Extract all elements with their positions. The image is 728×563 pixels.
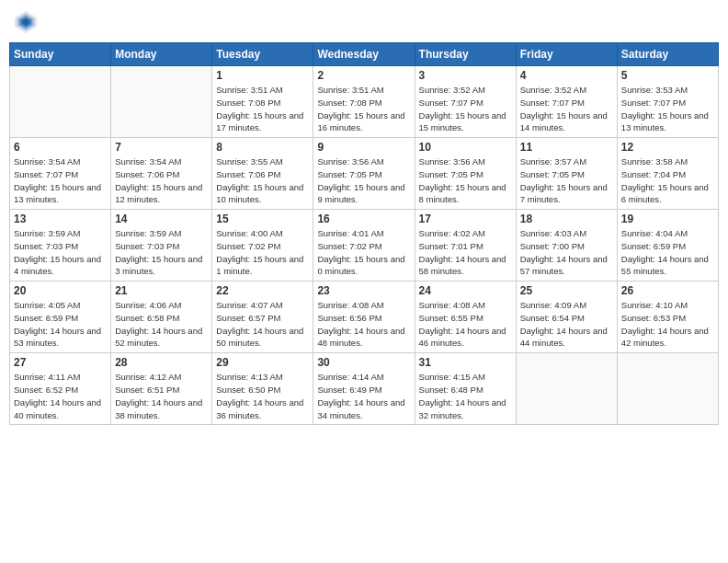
- day-info: Sunrise: 4:06 AMSunset: 6:58 PMDaylight:…: [115, 299, 208, 350]
- day-info: Sunrise: 4:08 AMSunset: 6:56 PMDaylight:…: [317, 299, 410, 350]
- day-number: 27: [14, 356, 107, 369]
- calendar-cell: 19Sunrise: 4:04 AMSunset: 6:59 PMDayligh…: [617, 210, 718, 282]
- calendar-cell: 22Sunrise: 4:07 AMSunset: 6:57 PMDayligh…: [212, 282, 313, 353]
- calendar-cell: 15Sunrise: 4:00 AMSunset: 7:02 PMDayligh…: [212, 210, 313, 282]
- weekday-header-tuesday: Tuesday: [212, 43, 313, 66]
- calendar-cell: 24Sunrise: 4:08 AMSunset: 6:55 PMDayligh…: [415, 282, 516, 353]
- calendar-week-row: 20Sunrise: 4:05 AMSunset: 6:59 PMDayligh…: [10, 282, 719, 353]
- day-info: Sunrise: 4:15 AMSunset: 6:48 PMDaylight:…: [419, 371, 512, 421]
- day-number: 3: [419, 69, 512, 82]
- calendar-cell: 26Sunrise: 4:10 AMSunset: 6:53 PMDayligh…: [617, 282, 718, 353]
- day-number: 23: [317, 284, 410, 297]
- day-number: 8: [216, 141, 309, 154]
- day-number: 16: [317, 213, 410, 225]
- calendar-week-row: 13Sunrise: 3:59 AMSunset: 7:03 PMDayligh…: [10, 210, 719, 282]
- day-number: 26: [621, 284, 714, 297]
- calendar-cell: 14Sunrise: 3:59 AMSunset: 7:03 PMDayligh…: [111, 210, 212, 282]
- day-info: Sunrise: 4:09 AMSunset: 6:54 PMDaylight:…: [520, 299, 613, 350]
- day-number: 21: [115, 284, 208, 297]
- day-number: 5: [621, 69, 714, 82]
- calendar-cell: 16Sunrise: 4:01 AMSunset: 7:02 PMDayligh…: [313, 210, 415, 282]
- day-info: Sunrise: 3:59 AMSunset: 7:03 PMDaylight:…: [14, 227, 107, 278]
- day-number: 17: [419, 213, 512, 225]
- weekday-header-monday: Monday: [111, 43, 212, 66]
- calendar-cell: 30Sunrise: 4:14 AMSunset: 6:49 PMDayligh…: [313, 353, 415, 425]
- day-number: 2: [317, 69, 410, 82]
- day-number: 24: [419, 284, 512, 297]
- weekday-header-thursday: Thursday: [415, 43, 516, 66]
- logo: [13, 9, 40, 35]
- day-number: 7: [115, 141, 208, 154]
- day-number: 14: [115, 213, 208, 225]
- day-info: Sunrise: 3:58 AMSunset: 7:04 PMDaylight:…: [621, 155, 714, 206]
- day-info: Sunrise: 3:53 AMSunset: 7:07 PMDaylight:…: [621, 84, 714, 134]
- calendar-cell: 27Sunrise: 4:11 AMSunset: 6:52 PMDayligh…: [10, 353, 111, 425]
- weekday-header-wednesday: Wednesday: [313, 43, 415, 66]
- day-info: Sunrise: 3:51 AMSunset: 7:08 PMDaylight:…: [216, 84, 309, 134]
- weekday-header-friday: Friday: [516, 43, 617, 66]
- day-number: 15: [216, 213, 309, 225]
- weekday-header-sunday: Sunday: [10, 43, 111, 66]
- day-info: Sunrise: 4:08 AMSunset: 6:55 PMDaylight:…: [419, 299, 512, 350]
- day-info: Sunrise: 4:02 AMSunset: 7:01 PMDaylight:…: [419, 227, 512, 278]
- day-number: 11: [520, 141, 613, 154]
- calendar-cell: 31Sunrise: 4:15 AMSunset: 6:48 PMDayligh…: [415, 353, 516, 425]
- day-info: Sunrise: 3:54 AMSunset: 7:06 PMDaylight:…: [115, 155, 208, 206]
- calendar-cell: 17Sunrise: 4:02 AMSunset: 7:01 PMDayligh…: [415, 210, 516, 282]
- day-number: 10: [419, 141, 512, 154]
- day-info: Sunrise: 3:52 AMSunset: 7:07 PMDaylight:…: [419, 84, 512, 134]
- calendar-cell: [617, 353, 718, 425]
- day-number: 19: [621, 213, 714, 225]
- weekday-header-row: SundayMondayTuesdayWednesdayThursdayFrid…: [10, 43, 719, 66]
- calendar-week-row: 6Sunrise: 3:54 AMSunset: 7:07 PMDaylight…: [10, 138, 719, 210]
- calendar-cell: [516, 353, 617, 425]
- day-info: Sunrise: 4:05 AMSunset: 6:59 PMDaylight:…: [14, 299, 107, 350]
- day-number: 25: [520, 284, 613, 297]
- calendar-cell: 1Sunrise: 3:51 AMSunset: 7:08 PMDaylight…: [212, 66, 313, 138]
- calendar-cell: 25Sunrise: 4:09 AMSunset: 6:54 PMDayligh…: [516, 282, 617, 353]
- day-info: Sunrise: 3:57 AMSunset: 7:05 PMDaylight:…: [520, 155, 613, 206]
- day-info: Sunrise: 4:11 AMSunset: 6:52 PMDaylight:…: [14, 371, 107, 421]
- calendar-cell: [10, 66, 111, 138]
- day-info: Sunrise: 4:12 AMSunset: 6:51 PMDaylight:…: [115, 371, 208, 421]
- calendar-table: SundayMondayTuesdayWednesdayThursdayFrid…: [9, 42, 719, 425]
- calendar-cell: 8Sunrise: 3:55 AMSunset: 7:06 PMDaylight…: [212, 138, 313, 210]
- calendar-cell: 5Sunrise: 3:53 AMSunset: 7:07 PMDaylight…: [617, 66, 718, 138]
- day-number: 28: [115, 356, 208, 369]
- day-number: 30: [317, 356, 410, 369]
- day-number: 4: [520, 69, 613, 82]
- calendar-cell: 2Sunrise: 3:51 AMSunset: 7:08 PMDaylight…: [313, 66, 415, 138]
- day-info: Sunrise: 4:07 AMSunset: 6:57 PMDaylight:…: [216, 299, 309, 350]
- calendar-cell: 3Sunrise: 3:52 AMSunset: 7:07 PMDaylight…: [415, 66, 516, 138]
- day-number: 29: [216, 356, 309, 369]
- calendar-week-row: 1Sunrise: 3:51 AMSunset: 7:08 PMDaylight…: [10, 66, 719, 138]
- calendar-cell: 11Sunrise: 3:57 AMSunset: 7:05 PMDayligh…: [516, 138, 617, 210]
- day-info: Sunrise: 3:54 AMSunset: 7:07 PMDaylight:…: [14, 155, 107, 206]
- page-header: [9, 9, 719, 35]
- day-number: 18: [520, 213, 613, 225]
- day-info: Sunrise: 4:10 AMSunset: 6:53 PMDaylight:…: [621, 299, 714, 350]
- day-info: Sunrise: 4:13 AMSunset: 6:50 PMDaylight:…: [216, 371, 309, 421]
- calendar-cell: [111, 66, 212, 138]
- calendar-cell: 10Sunrise: 3:56 AMSunset: 7:05 PMDayligh…: [415, 138, 516, 210]
- calendar-cell: 7Sunrise: 3:54 AMSunset: 7:06 PMDaylight…: [111, 138, 212, 210]
- day-info: Sunrise: 4:03 AMSunset: 7:00 PMDaylight:…: [520, 227, 613, 278]
- day-number: 12: [621, 141, 714, 154]
- calendar-cell: 13Sunrise: 3:59 AMSunset: 7:03 PMDayligh…: [10, 210, 111, 282]
- calendar-cell: 29Sunrise: 4:13 AMSunset: 6:50 PMDayligh…: [212, 353, 313, 425]
- calendar-cell: 18Sunrise: 4:03 AMSunset: 7:00 PMDayligh…: [516, 210, 617, 282]
- calendar-cell: 9Sunrise: 3:56 AMSunset: 7:05 PMDaylight…: [313, 138, 415, 210]
- calendar-cell: 4Sunrise: 3:52 AMSunset: 7:07 PMDaylight…: [516, 66, 617, 138]
- day-info: Sunrise: 4:14 AMSunset: 6:49 PMDaylight:…: [317, 371, 410, 421]
- day-number: 20: [14, 284, 107, 297]
- day-number: 31: [419, 356, 512, 369]
- calendar-cell: 6Sunrise: 3:54 AMSunset: 7:07 PMDaylight…: [10, 138, 111, 210]
- day-number: 6: [14, 141, 107, 154]
- day-info: Sunrise: 3:51 AMSunset: 7:08 PMDaylight:…: [317, 84, 410, 134]
- calendar-week-row: 27Sunrise: 4:11 AMSunset: 6:52 PMDayligh…: [10, 353, 719, 425]
- day-info: Sunrise: 3:56 AMSunset: 7:05 PMDaylight:…: [419, 155, 512, 206]
- day-number: 1: [216, 69, 309, 82]
- calendar-cell: 23Sunrise: 4:08 AMSunset: 6:56 PMDayligh…: [313, 282, 415, 353]
- day-number: 13: [14, 213, 107, 225]
- day-number: 22: [216, 284, 309, 297]
